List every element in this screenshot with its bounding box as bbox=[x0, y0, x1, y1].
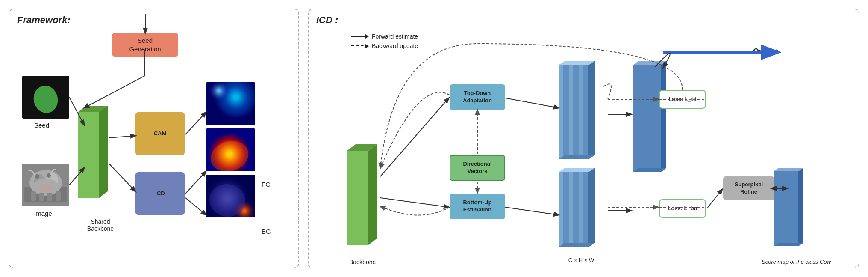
svg-line-67 bbox=[707, 189, 722, 208]
legend: Forward estimate Backward update bbox=[351, 33, 418, 52]
legend-backward: Backward update bbox=[351, 42, 418, 49]
svg-point-1 bbox=[32, 84, 60, 114]
heatmap-3 bbox=[206, 175, 255, 217]
icd-title: ICD : bbox=[316, 15, 338, 26]
svg-rect-10 bbox=[47, 193, 52, 201]
svg-rect-32 bbox=[569, 65, 573, 159]
svg-marker-26 bbox=[347, 151, 368, 245]
svg-rect-47 bbox=[633, 65, 661, 172]
framework-title: Framework: bbox=[17, 15, 71, 26]
svg-marker-52 bbox=[774, 168, 803, 171]
svg-marker-46 bbox=[559, 243, 595, 247]
left-panel: Framework: Seed Generation Seed bbox=[9, 9, 299, 268]
score-map-label: Score map of the class Cow bbox=[762, 259, 831, 265]
svg-marker-17 bbox=[99, 106, 108, 198]
svg-marker-50 bbox=[633, 168, 666, 172]
superpixel-box: Superpixel Refine bbox=[723, 176, 774, 200]
svg-line-57 bbox=[505, 98, 559, 108]
svg-marker-36 bbox=[588, 61, 595, 159]
icd-box: ICD bbox=[135, 172, 185, 215]
seed-image bbox=[22, 76, 69, 119]
svg-marker-53 bbox=[798, 168, 803, 246]
svg-rect-33 bbox=[574, 65, 578, 159]
cow-image-icon bbox=[22, 164, 69, 206]
svg-rect-31 bbox=[564, 65, 568, 159]
r-backbone-block bbox=[343, 142, 381, 253]
svg-line-55 bbox=[380, 98, 449, 176]
seed-generation-box: Seed Generation bbox=[112, 33, 178, 57]
r-feature-top-block bbox=[552, 61, 603, 168]
svg-rect-34 bbox=[579, 65, 583, 159]
forward-arrow-icon bbox=[351, 36, 368, 37]
right-panel: ICD : Forward estimate Backward update B… bbox=[308, 9, 859, 268]
output-label: Output bbox=[753, 47, 778, 56]
forward-label: Forward estimate bbox=[372, 33, 418, 40]
svg-rect-41 bbox=[569, 172, 573, 247]
seed-leaf-icon bbox=[31, 80, 61, 114]
svg-rect-11 bbox=[56, 191, 61, 201]
svg-point-12 bbox=[35, 174, 39, 179]
svg-line-24 bbox=[185, 171, 206, 194]
main-container: Framework: Seed Generation Seed bbox=[0, 0, 868, 277]
bg-label: BG bbox=[262, 228, 271, 235]
svg-rect-9 bbox=[39, 193, 44, 201]
svg-rect-42 bbox=[574, 172, 578, 247]
backbone-block bbox=[74, 104, 108, 206]
cow-image bbox=[22, 164, 69, 206]
bottom-up-box: Bottom-Up Estimation bbox=[450, 194, 505, 219]
seed-label: Seed bbox=[34, 122, 49, 129]
svg-line-56 bbox=[380, 198, 449, 207]
r-output-final-block bbox=[770, 168, 809, 253]
legend-forward: Forward estimate bbox=[351, 33, 418, 40]
svg-point-14 bbox=[39, 185, 52, 192]
image-label: Image bbox=[34, 210, 52, 217]
heatmap-2 bbox=[206, 128, 255, 171]
svg-rect-43 bbox=[579, 172, 583, 247]
svg-marker-45 bbox=[588, 168, 595, 247]
r-output-top-block bbox=[629, 61, 672, 181]
loss-td-box: Loss: L_td bbox=[659, 90, 706, 109]
top-down-box: Top-Down Adaptation bbox=[450, 84, 505, 110]
backward-arrow-icon bbox=[351, 45, 368, 46]
r-feature-bottom-block bbox=[552, 168, 603, 253]
svg-rect-40 bbox=[564, 172, 568, 247]
loss-bu-box: Loss: L_bu bbox=[659, 199, 706, 218]
svg-rect-29 bbox=[559, 65, 588, 159]
fg-label: FG bbox=[262, 181, 271, 188]
svg-rect-51 bbox=[774, 171, 798, 246]
svg-line-58 bbox=[505, 207, 559, 215]
svg-rect-8 bbox=[31, 191, 36, 201]
svg-rect-39 bbox=[559, 172, 563, 247]
backbone-label: Shared Backbone bbox=[77, 218, 124, 232]
svg-line-25 bbox=[185, 198, 206, 215]
heatmap-1 bbox=[206, 82, 255, 125]
svg-line-22 bbox=[109, 164, 135, 191]
svg-rect-38 bbox=[559, 172, 588, 247]
cam-box: CAM bbox=[135, 112, 185, 155]
dir-vec-box: Directional Vectors bbox=[450, 155, 505, 181]
r-backbone-label: Backbone bbox=[349, 259, 376, 265]
heatmap-area bbox=[206, 82, 255, 217]
svg-marker-15 bbox=[78, 112, 99, 198]
svg-marker-54 bbox=[774, 243, 803, 246]
svg-marker-28 bbox=[368, 144, 377, 245]
svg-line-23 bbox=[185, 112, 206, 134]
svg-marker-37 bbox=[559, 155, 595, 159]
backward-label: Backward update bbox=[372, 42, 418, 49]
chw-label-bot: C × H × W bbox=[556, 257, 607, 263]
svg-marker-48 bbox=[633, 61, 666, 65]
svg-line-21 bbox=[109, 136, 135, 138]
svg-rect-30 bbox=[559, 65, 563, 159]
svg-marker-49 bbox=[661, 61, 666, 172]
